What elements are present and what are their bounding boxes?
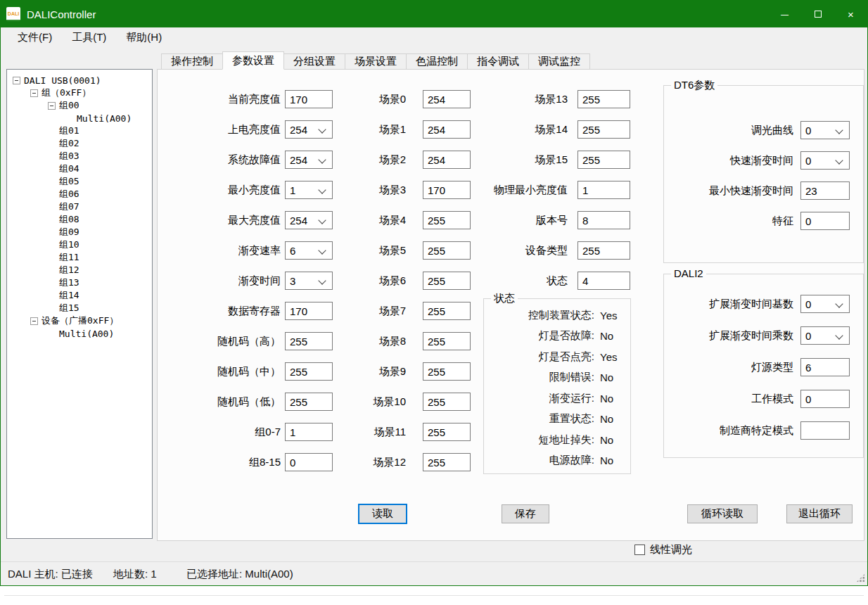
tree-item[interactable]: 组15 bbox=[7, 302, 152, 314]
scene-input[interactable]: 255 bbox=[423, 362, 471, 381]
tree-item[interactable]: 组03 bbox=[7, 150, 152, 163]
loop-read-button[interactable]: 循环读取 bbox=[687, 504, 758, 523]
param-input[interactable]: 1 bbox=[577, 181, 630, 199]
collapse-icon[interactable] bbox=[30, 317, 38, 325]
param-value: 8 bbox=[582, 215, 588, 227]
param-input[interactable]: 0 bbox=[800, 212, 850, 230]
param-input[interactable]: 255 bbox=[577, 241, 630, 260]
tree-item[interactable]: 组01 bbox=[7, 125, 152, 137]
param-input[interactable]: 255 bbox=[285, 362, 333, 381]
param-input[interactable]: 255 bbox=[577, 120, 630, 139]
param-input[interactable]: 6 bbox=[800, 358, 850, 376]
scene-input[interactable]: 255 bbox=[423, 393, 471, 411]
scene-input[interactable]: 254 bbox=[423, 90, 471, 108]
maximize-button[interactable] bbox=[801, 1, 834, 27]
tree-item[interactable]: 组04 bbox=[7, 163, 152, 175]
scene-input[interactable]: 255 bbox=[423, 272, 471, 290]
tree-item[interactable]: 组06 bbox=[7, 188, 152, 200]
tree-item[interactable]: 组（0xFF） bbox=[7, 87, 152, 99]
menu-item[interactable]: 文件(F) bbox=[8, 29, 62, 46]
scene-input[interactable]: 254 bbox=[423, 120, 471, 139]
collapse-icon[interactable] bbox=[30, 89, 38, 97]
param-input[interactable]: 255 bbox=[285, 332, 333, 350]
scene-input[interactable]: 254 bbox=[423, 151, 471, 169]
tree-item[interactable]: 组07 bbox=[7, 200, 152, 213]
tree-item[interactable]: 组13 bbox=[7, 276, 152, 289]
tree-item[interactable]: 组05 bbox=[7, 175, 152, 188]
tab[interactable]: 指令调试 bbox=[467, 53, 529, 70]
param-input[interactable] bbox=[800, 421, 850, 440]
scene-label: 场景2 bbox=[331, 153, 406, 167]
param-input[interactable]: 0 bbox=[285, 453, 333, 471]
exit-loop-button[interactable]: 退出循环 bbox=[786, 504, 853, 523]
tree-item[interactable]: 组00 bbox=[7, 99, 152, 112]
tree-item[interactable]: Multi(A00) bbox=[7, 112, 152, 125]
tab[interactable]: 操作控制 bbox=[161, 53, 223, 70]
scene-input[interactable]: 255 bbox=[423, 453, 471, 471]
collapse-icon[interactable] bbox=[13, 77, 20, 84]
tree-item[interactable]: DALI USB(0001) bbox=[7, 74, 152, 87]
tree-item[interactable]: 组11 bbox=[7, 251, 152, 264]
scene-input[interactable]: 170 bbox=[423, 181, 471, 199]
tab[interactable]: 调试监控 bbox=[528, 53, 590, 70]
param-input[interactable]: 0 bbox=[800, 151, 850, 170]
collapse-icon[interactable] bbox=[48, 102, 56, 110]
linear-dimming-checkbox[interactable]: 线性调光 bbox=[634, 543, 692, 556]
tree-item-label: 组12 bbox=[59, 264, 79, 276]
scene-input[interactable]: 255 bbox=[423, 241, 471, 260]
tree-item[interactable]: Multi(A00) bbox=[7, 327, 152, 340]
tree-item[interactable]: 组09 bbox=[7, 226, 152, 238]
tree-item[interactable]: 组08 bbox=[7, 213, 152, 226]
param-input[interactable]: 3 bbox=[285, 272, 333, 290]
close-button[interactable]: × bbox=[834, 1, 867, 27]
scene-input[interactable]: 255 bbox=[423, 423, 471, 441]
menu-item[interactable]: 工具(T) bbox=[62, 29, 116, 46]
param-input[interactable]: 0 bbox=[800, 121, 850, 139]
param-input[interactable]: 23 bbox=[800, 182, 850, 200]
tree-item[interactable]: 组02 bbox=[7, 137, 152, 150]
tree-item[interactable]: 组14 bbox=[7, 289, 152, 302]
param-input[interactable]: 6 bbox=[285, 241, 333, 260]
param-input[interactable]: 0 bbox=[800, 390, 850, 408]
tree-item[interactable]: 组10 bbox=[7, 238, 152, 251]
param-input[interactable]: 254 bbox=[285, 120, 333, 139]
scene-input[interactable]: 255 bbox=[423, 211, 471, 229]
status-label: 短地址掉失: bbox=[484, 433, 594, 447]
scene-input[interactable]: 255 bbox=[423, 332, 471, 350]
param-input[interactable]: 8 bbox=[577, 211, 630, 229]
param-label: 设备类型 bbox=[465, 244, 568, 257]
minimize-icon: ─ bbox=[781, 8, 789, 20]
param-input[interactable]: 0 bbox=[800, 295, 850, 313]
tree-item[interactable]: 组12 bbox=[7, 264, 152, 276]
dali2-rows: 扩展渐变时间基数 0 扩展渐变时间乘数 0 灯源类型 6 工作模式 0 bbox=[671, 295, 850, 440]
param-row: 扩展渐变时间基数 0 bbox=[671, 295, 850, 313]
menu-item[interactable]: 帮助(H) bbox=[116, 29, 172, 46]
param-input[interactable]: 255 bbox=[577, 90, 630, 108]
param-value: 255 bbox=[582, 124, 600, 136]
scene-input[interactable]: 255 bbox=[423, 302, 471, 320]
minimize-button[interactable]: ─ bbox=[768, 1, 801, 27]
param-input[interactable]: 4 bbox=[577, 272, 630, 290]
param-input[interactable]: 254 bbox=[285, 151, 333, 169]
tab[interactable]: 色温控制 bbox=[406, 53, 468, 70]
param-input[interactable]: 255 bbox=[285, 393, 333, 411]
param-input[interactable]: 0 bbox=[800, 326, 850, 345]
param-input[interactable]: 1 bbox=[285, 423, 333, 441]
param-input[interactable]: 170 bbox=[285, 302, 333, 320]
save-button[interactable]: 保存 bbox=[502, 504, 549, 523]
checkbox-icon[interactable] bbox=[634, 544, 645, 555]
tab[interactable]: 场景设置 bbox=[345, 53, 407, 70]
tab[interactable]: 参数设置 bbox=[222, 51, 284, 70]
tree-item[interactable]: 设备（广播0xFF） bbox=[7, 314, 152, 327]
read-button[interactable]: 读取 bbox=[358, 504, 407, 524]
window-title: DALIController bbox=[27, 8, 96, 20]
param-input[interactable]: 255 bbox=[577, 151, 630, 169]
tab[interactable]: 分组设置 bbox=[283, 53, 345, 70]
param-input[interactable]: 170 bbox=[285, 90, 333, 108]
resize-grip[interactable] bbox=[856, 573, 865, 582]
param-input[interactable]: 1 bbox=[285, 181, 333, 199]
param-row: 数据寄存器 170 bbox=[170, 302, 333, 320]
tree-item-label: 组08 bbox=[59, 213, 79, 226]
param-row: 场景14 255 bbox=[465, 120, 630, 139]
param-input[interactable]: 254 bbox=[285, 211, 333, 229]
